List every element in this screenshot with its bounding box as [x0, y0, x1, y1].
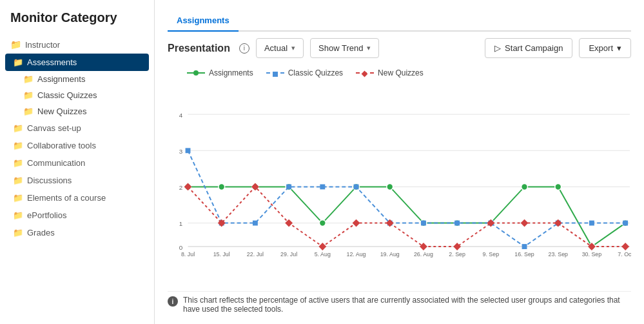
info-circle-icon: i: [168, 296, 178, 307]
tab-assignments[interactable]: Assignments: [168, 10, 239, 32]
info-icon[interactable]: i: [239, 43, 249, 54]
svg-marker-64: [588, 243, 596, 250]
show-trend-dropdown[interactable]: Show Trend ▾: [310, 38, 379, 58]
sidebar-item-classic-quizzes[interactable]: 📁 Classic Quizzes: [0, 87, 154, 103]
sidebar-item-canvas-set-up[interactable]: 📁 Canvas set-up: [0, 119, 154, 137]
legend-new-quizzes-label: New Quizzes: [378, 68, 424, 77]
chart-legend: Assignments Classic Quizzes New Quizzes: [168, 68, 631, 77]
sidebar-item-label: Grades: [27, 228, 55, 238]
svg-text:15. Jul: 15. Jul: [213, 251, 230, 258]
footer-note-text: This chart reflects the percentage of ac…: [183, 296, 631, 314]
folder-icon: 📁: [13, 228, 23, 238]
chart-area: 4 3 2 1 0 8. Jul 15. Jul 22. Jul 29. Jul…: [168, 83, 631, 286]
svg-rect-38: [186, 148, 191, 153]
svg-rect-41: [286, 185, 291, 190]
tab-bar: Assignments: [168, 10, 631, 32]
svg-text:29. Jul: 29. Jul: [280, 251, 297, 258]
sidebar-item-new-quizzes[interactable]: 📁 New Quizzes: [0, 103, 154, 119]
folder-icon: 📁: [13, 176, 23, 185]
header-row: Presentation i Actual ▾ Show Trend ▾ ▷ S…: [168, 38, 631, 58]
chevron-down-icon: ▾: [367, 44, 371, 52]
legend-classic-quizzes-label: Classic Quizzes: [288, 68, 343, 77]
folder-icon-assessments: 📁: [13, 57, 23, 67]
svg-point-30: [387, 184, 393, 190]
sidebar-sub-label: New Quizzes: [37, 106, 87, 116]
svg-text:8. Jul: 8. Jul: [181, 251, 195, 258]
svg-marker-56: [318, 243, 326, 250]
legend-classic-quizzes: Classic Quizzes: [266, 68, 343, 77]
svg-text:7. Oct: 7. Oct: [618, 251, 631, 258]
svg-point-25: [219, 184, 225, 190]
legend-assignments-label: Assignments: [209, 68, 253, 77]
svg-text:5. Aug: 5. Aug: [315, 251, 331, 258]
chevron-down-icon: ▾: [617, 43, 621, 53]
export-button[interactable]: Export ▾: [579, 38, 631, 58]
svg-point-28: [319, 220, 326, 227]
sidebar-item-discussions[interactable]: 📁 Discussions: [0, 172, 154, 189]
folder-icon: 📁: [13, 123, 23, 133]
svg-text:1: 1: [179, 221, 182, 228]
sidebar-item-collaborative-tools[interactable]: 📁 Collaborative tools: [0, 137, 154, 154]
svg-rect-45: [421, 221, 426, 226]
legend-new-quizzes: New Quizzes: [356, 68, 424, 77]
svg-marker-65: [621, 243, 629, 250]
folder-icon: 📁: [13, 141, 23, 150]
folder-icon: 📁: [10, 39, 21, 50]
page-title: Presentation: [168, 43, 230, 54]
actual-label: Actual: [264, 43, 288, 53]
start-campaign-button[interactable]: ▷ Start Campaign: [485, 38, 572, 58]
folder-icon-new-quizzes: 📁: [23, 106, 34, 116]
export-label: Export: [589, 43, 613, 53]
footer-note: i This chart reflects the percentage of …: [168, 291, 631, 314]
folder-icon: 📁: [13, 158, 23, 168]
svg-text:22. Jul: 22. Jul: [247, 251, 264, 258]
sidebar-item-assignments[interactable]: 📁 Assignments: [0, 71, 154, 87]
svg-rect-46: [454, 221, 460, 226]
sidebar-item-communication[interactable]: 📁 Communication: [0, 154, 154, 172]
svg-text:19. Aug: 19. Aug: [380, 251, 400, 258]
svg-rect-48: [522, 244, 527, 249]
line-chart: 4 3 2 1 0 8. Jul 15. Jul 22. Jul 29. Jul…: [168, 83, 631, 286]
svg-rect-43: [354, 185, 359, 190]
svg-text:12. Aug: 12. Aug: [346, 251, 366, 258]
folder-icon: 📁: [13, 193, 23, 203]
show-trend-label: Show Trend: [318, 43, 363, 53]
sidebar-item-label: Assessments: [27, 57, 77, 67]
sidebar: Monitor Category 📁 Instructor 📁 Assessme…: [0, 0, 155, 324]
sidebar-item-eportfolios[interactable]: 📁 ePortfolios: [0, 207, 154, 224]
svg-rect-42: [320, 185, 325, 190]
svg-text:2: 2: [179, 184, 182, 191]
folder-icon-assignments: 📁: [23, 74, 34, 84]
folder-icon-classic-quizzes: 📁: [23, 90, 34, 100]
play-icon: ▷: [494, 43, 501, 53]
sidebar-item-label: Communication: [27, 158, 85, 168]
svg-point-35: [555, 184, 561, 190]
folder-icon: 📁: [13, 210, 23, 220]
svg-marker-59: [420, 243, 427, 250]
chevron-down-icon: ▾: [291, 44, 295, 52]
legend-assignments: Assignments: [187, 68, 253, 77]
actual-dropdown[interactable]: Actual ▾: [256, 38, 304, 58]
svg-rect-40: [253, 221, 258, 226]
sidebar-item-label: Discussions: [27, 176, 72, 185]
svg-rect-51: [623, 221, 628, 226]
svg-text:23. Sep: 23. Sep: [548, 251, 568, 258]
svg-rect-50: [589, 221, 594, 226]
sidebar-item-assessments[interactable]: 📁 Assessments: [5, 54, 149, 71]
sidebar-item-label: Canvas set-up: [27, 123, 81, 133]
svg-marker-60: [453, 243, 461, 250]
svg-text:0: 0: [179, 244, 183, 251]
svg-marker-63: [554, 219, 562, 227]
svg-text:16. Sep: 16. Sep: [514, 251, 534, 258]
sidebar-title: Monitor Category: [0, 10, 154, 35]
sidebar-instructor[interactable]: 📁 Instructor: [0, 35, 154, 54]
main-content: Assignments Presentation i Actual ▾ Show…: [155, 0, 644, 324]
start-campaign-label: Start Campaign: [505, 43, 563, 53]
instructor-label: Instructor: [25, 40, 60, 50]
svg-marker-62: [521, 219, 529, 227]
svg-text:9. Sep: 9. Sep: [483, 251, 500, 258]
svg-text:26. Aug: 26. Aug: [414, 251, 433, 258]
sidebar-item-elements-of-a-course[interactable]: 📁 Elements of a course: [0, 189, 154, 207]
svg-text:4: 4: [179, 112, 183, 119]
sidebar-item-grades[interactable]: 📁 Grades: [0, 224, 154, 241]
